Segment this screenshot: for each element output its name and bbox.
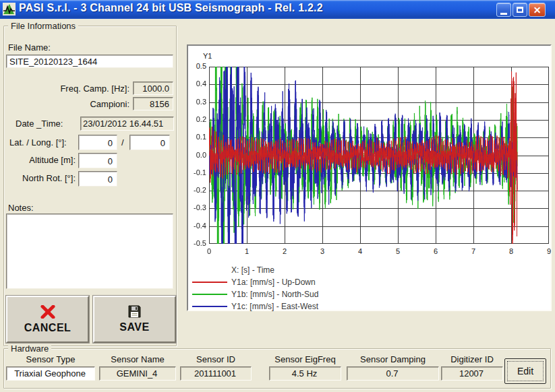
chart-panel: Y1 0.50.40.30.20.10.0-0.1-0.2-0.3-0.4-0.… — [187, 44, 552, 311]
sensor-name-label: Sensor Name — [99, 354, 176, 364]
x-tick-label: 7 — [463, 247, 484, 255]
sensor-damping-label: Sensor Damping — [347, 354, 439, 364]
campioni-label: Campioni: — [24, 99, 129, 109]
y-tick-label: 0.1 — [188, 133, 206, 141]
y-tick-label: -0.1 — [188, 168, 206, 176]
window-title: PASI S.r.l. - 3 Channel 24 bit USB Seism… — [19, 2, 323, 14]
sensor-id-field: 201111001 — [180, 366, 252, 381]
title-bar: PASI S.r.l. - 3 Channel 24 bit USB Seism… — [0, 0, 555, 19]
legend-series-1: Y1b: [mm/s] - North-Sud — [192, 288, 318, 300]
legend-x-axis: X: [s] - Time — [192, 264, 318, 276]
minimize-icon — [500, 13, 507, 15]
sensor-eigfreq-label: Sensor EigFreq — [269, 354, 341, 364]
file-informations-group-title: File Informations — [8, 21, 78, 31]
cancel-button-label: CANCEL — [24, 322, 71, 334]
sensor-eigfreq-field: 4.5 Hz — [269, 366, 341, 381]
save-button-label: SAVE — [119, 321, 149, 333]
altitude-input[interactable] — [78, 153, 117, 168]
minimize-button[interactable] — [496, 3, 511, 17]
longitude-input[interactable] — [129, 135, 170, 150]
app-window: PASI S.r.l. - 3 Channel 24 bit USB Seism… — [0, 0, 555, 392]
close-icon: ✕ — [533, 5, 542, 15]
app-icon — [3, 3, 16, 15]
x-tick-label: 4 — [350, 247, 370, 255]
legend-line-swatch — [192, 282, 227, 283]
chart-legend: X: [s] - TimeY1a: [mm/s] - Up-DownY1b: [… — [192, 264, 318, 313]
date-time-label: Date _Time: — [16, 119, 63, 129]
legend-series-0: Y1a: [mm/s] - Up-Down — [192, 276, 318, 288]
waveform-canvas — [209, 67, 549, 244]
legend-series-2-text: Y1c: [mm/s] - East-West — [231, 302, 318, 311]
freq-camp-field: 1000.0 — [133, 81, 173, 95]
date-time-field: 23/01/2012 16.44.51 — [80, 117, 174, 131]
close-button[interactable]: ✕ — [529, 3, 546, 17]
legend-line-swatch — [192, 294, 227, 295]
digitizer-id-field: 12007 — [441, 366, 503, 381]
digitizer-id-label: Digitizer ID — [441, 354, 503, 364]
x-tick-label: 3 — [312, 247, 332, 255]
notes-textarea[interactable] — [6, 214, 173, 289]
latitude-input[interactable] — [78, 135, 117, 150]
y-tick-label: 0.2 — [188, 115, 206, 123]
x-tick-label: 1 — [237, 247, 257, 255]
x-tick-label: 8 — [501, 247, 521, 255]
maximize-icon — [517, 7, 523, 13]
freq-camp-label: Freq. Camp. [Hz]: — [24, 84, 129, 94]
legend-series-1-text: Y1b: [mm/s] - North-Sud — [231, 290, 318, 299]
x-tick-label: 0 — [199, 247, 219, 255]
y-tick-label: 0.0 — [188, 151, 206, 159]
file-informations-group: File Informations File Name: Freq. Camp.… — [3, 26, 177, 346]
y-tick-label: -0.3 — [188, 203, 206, 211]
y-tick-label: -0.5 — [188, 239, 206, 247]
file-name-input[interactable] — [6, 55, 173, 68]
hardware-group: Hardware Sensor Type Triaxial Geophone S… — [3, 348, 551, 389]
sensor-type-label: Sensor Type — [6, 354, 95, 364]
x-tick-label: 2 — [274, 247, 295, 255]
legend-series-2: Y1c: [mm/s] - East-West — [192, 300, 318, 313]
legend-series-0-text: Y1a: [mm/s] - Up-Down — [231, 277, 316, 287]
y-tick-label: -0.2 — [188, 186, 206, 194]
x-tick-label: 6 — [426, 247, 446, 255]
save-button[interactable]: SAVE — [93, 296, 176, 343]
y-tick-label: 0.5 — [188, 62, 206, 70]
campioni-field: 8156 — [133, 97, 173, 110]
save-floppy-icon — [128, 305, 141, 318]
edit-button-focus-ring — [507, 361, 544, 381]
sensor-type-field: Triaxial Geophone — [6, 366, 95, 381]
hardware-group-title: Hardware — [8, 344, 51, 354]
altitude-label: Altitude [m]: — [9, 155, 76, 165]
notes-label: Notes: — [8, 203, 34, 213]
north-rot-label: North Rot. [°]: — [9, 173, 76, 183]
sensor-id-label: Sensor ID — [180, 354, 252, 364]
north-rot-input[interactable] — [78, 171, 117, 187]
y-tick-label: 0.4 — [188, 79, 206, 88]
y-axis-title: Y1 — [203, 52, 212, 60]
cancel-x-icon — [40, 305, 56, 319]
edit-button[interactable]: Edit — [504, 358, 546, 384]
legend-line-swatch — [192, 306, 227, 307]
cancel-button[interactable]: CANCEL — [6, 296, 89, 343]
lat-long-label: Lat. / Long. [°]: — [9, 137, 67, 148]
x-tick-label: 9 — [539, 247, 555, 255]
maximize-button[interactable] — [513, 3, 527, 17]
legend-x-axis-text: X: [s] - Time — [231, 265, 274, 275]
lat-long-separator: / — [121, 137, 124, 148]
y-tick-label: -0.4 — [188, 222, 206, 230]
sensor-damping-field: 0.7 — [347, 366, 439, 381]
file-name-label: File Name: — [8, 42, 51, 53]
sensor-name-field: GEMINI_4 — [99, 366, 176, 381]
y-tick-label: 0.3 — [188, 98, 206, 106]
x-tick-label: 5 — [388, 247, 408, 255]
